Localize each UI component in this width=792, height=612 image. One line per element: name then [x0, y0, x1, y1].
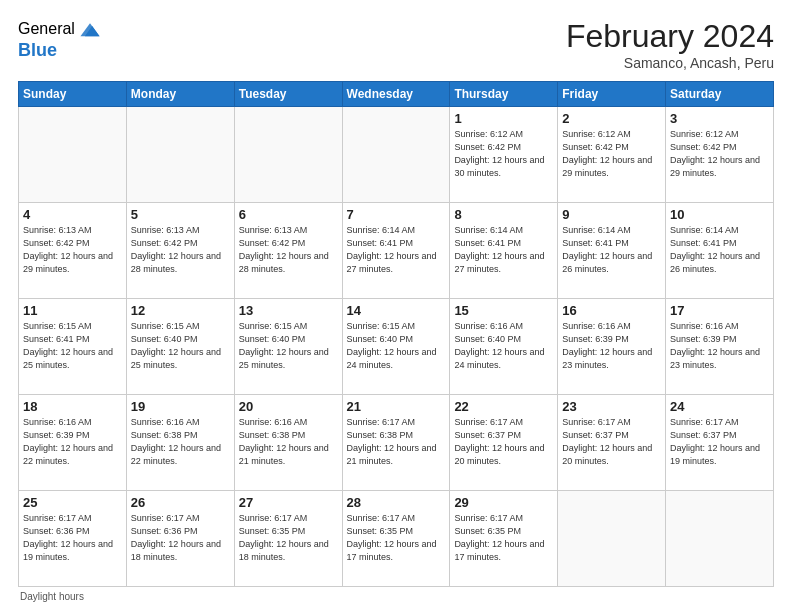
logo-general: General [18, 20, 75, 38]
calendar-cell: 8Sunrise: 6:14 AM Sunset: 6:41 PM Daylig… [450, 203, 558, 299]
calendar-cell: 15Sunrise: 6:16 AM Sunset: 6:40 PM Dayli… [450, 299, 558, 395]
calendar-cell: 24Sunrise: 6:17 AM Sunset: 6:37 PM Dayli… [666, 395, 774, 491]
calendar-cell: 9Sunrise: 6:14 AM Sunset: 6:41 PM Daylig… [558, 203, 666, 299]
day-number: 18 [23, 399, 122, 414]
day-detail: Sunrise: 6:16 AM Sunset: 6:39 PM Dayligh… [562, 320, 661, 372]
day-detail: Sunrise: 6:17 AM Sunset: 6:36 PM Dayligh… [23, 512, 122, 564]
header: General Blue February 2024 Samanco, Anca… [18, 18, 774, 71]
day-detail: Sunrise: 6:16 AM Sunset: 6:38 PM Dayligh… [239, 416, 338, 468]
calendar-cell: 25Sunrise: 6:17 AM Sunset: 6:36 PM Dayli… [19, 491, 127, 587]
day-detail: Sunrise: 6:15 AM Sunset: 6:40 PM Dayligh… [239, 320, 338, 372]
calendar-cell [126, 107, 234, 203]
calendar-cell: 21Sunrise: 6:17 AM Sunset: 6:38 PM Dayli… [342, 395, 450, 491]
day-number: 20 [239, 399, 338, 414]
day-detail: Sunrise: 6:13 AM Sunset: 6:42 PM Dayligh… [239, 224, 338, 276]
day-number: 6 [239, 207, 338, 222]
day-detail: Sunrise: 6:16 AM Sunset: 6:39 PM Dayligh… [23, 416, 122, 468]
day-number: 29 [454, 495, 553, 510]
day-detail: Sunrise: 6:17 AM Sunset: 6:36 PM Dayligh… [131, 512, 230, 564]
calendar-cell: 10Sunrise: 6:14 AM Sunset: 6:41 PM Dayli… [666, 203, 774, 299]
logo: General Blue [18, 18, 101, 61]
day-number: 27 [239, 495, 338, 510]
day-number: 22 [454, 399, 553, 414]
day-number: 8 [454, 207, 553, 222]
day-detail: Sunrise: 6:13 AM Sunset: 6:42 PM Dayligh… [23, 224, 122, 276]
day-detail: Sunrise: 6:17 AM Sunset: 6:37 PM Dayligh… [454, 416, 553, 468]
day-number: 10 [670, 207, 769, 222]
calendar-cell: 13Sunrise: 6:15 AM Sunset: 6:40 PM Dayli… [234, 299, 342, 395]
calendar-cell: 2Sunrise: 6:12 AM Sunset: 6:42 PM Daylig… [558, 107, 666, 203]
calendar-cell: 11Sunrise: 6:15 AM Sunset: 6:41 PM Dayli… [19, 299, 127, 395]
title-area: February 2024 Samanco, Ancash, Peru [566, 18, 774, 71]
day-number: 13 [239, 303, 338, 318]
footer: Daylight hours [18, 591, 774, 602]
calendar-cell: 4Sunrise: 6:13 AM Sunset: 6:42 PM Daylig… [19, 203, 127, 299]
day-detail: Sunrise: 6:12 AM Sunset: 6:42 PM Dayligh… [670, 128, 769, 180]
calendar-cell: 28Sunrise: 6:17 AM Sunset: 6:35 PM Dayli… [342, 491, 450, 587]
calendar-cell: 29Sunrise: 6:17 AM Sunset: 6:35 PM Dayli… [450, 491, 558, 587]
day-detail: Sunrise: 6:16 AM Sunset: 6:38 PM Dayligh… [131, 416, 230, 468]
day-number: 2 [562, 111, 661, 126]
col-header-monday: Monday [126, 82, 234, 107]
calendar-cell: 3Sunrise: 6:12 AM Sunset: 6:42 PM Daylig… [666, 107, 774, 203]
calendar: SundayMondayTuesdayWednesdayThursdayFrid… [18, 81, 774, 587]
col-header-friday: Friday [558, 82, 666, 107]
day-number: 1 [454, 111, 553, 126]
calendar-cell: 7Sunrise: 6:14 AM Sunset: 6:41 PM Daylig… [342, 203, 450, 299]
day-detail: Sunrise: 6:14 AM Sunset: 6:41 PM Dayligh… [454, 224, 553, 276]
day-number: 25 [23, 495, 122, 510]
day-number: 3 [670, 111, 769, 126]
col-header-tuesday: Tuesday [234, 82, 342, 107]
day-number: 14 [347, 303, 446, 318]
calendar-cell: 22Sunrise: 6:17 AM Sunset: 6:37 PM Dayli… [450, 395, 558, 491]
day-number: 4 [23, 207, 122, 222]
page: General Blue February 2024 Samanco, Anca… [0, 0, 792, 612]
day-detail: Sunrise: 6:17 AM Sunset: 6:35 PM Dayligh… [239, 512, 338, 564]
day-number: 21 [347, 399, 446, 414]
day-detail: Sunrise: 6:17 AM Sunset: 6:35 PM Dayligh… [454, 512, 553, 564]
month-title: February 2024 [566, 18, 774, 55]
day-detail: Sunrise: 6:13 AM Sunset: 6:42 PM Dayligh… [131, 224, 230, 276]
day-detail: Sunrise: 6:17 AM Sunset: 6:37 PM Dayligh… [670, 416, 769, 468]
day-number: 7 [347, 207, 446, 222]
calendar-cell: 20Sunrise: 6:16 AM Sunset: 6:38 PM Dayli… [234, 395, 342, 491]
logo-text: General [18, 18, 101, 40]
week-row-3: 11Sunrise: 6:15 AM Sunset: 6:41 PM Dayli… [19, 299, 774, 395]
week-row-4: 18Sunrise: 6:16 AM Sunset: 6:39 PM Dayli… [19, 395, 774, 491]
day-number: 16 [562, 303, 661, 318]
day-detail: Sunrise: 6:15 AM Sunset: 6:40 PM Dayligh… [347, 320, 446, 372]
calendar-cell: 1Sunrise: 6:12 AM Sunset: 6:42 PM Daylig… [450, 107, 558, 203]
calendar-cell: 6Sunrise: 6:13 AM Sunset: 6:42 PM Daylig… [234, 203, 342, 299]
day-detail: Sunrise: 6:14 AM Sunset: 6:41 PM Dayligh… [670, 224, 769, 276]
day-detail: Sunrise: 6:17 AM Sunset: 6:37 PM Dayligh… [562, 416, 661, 468]
calendar-cell: 17Sunrise: 6:16 AM Sunset: 6:39 PM Dayli… [666, 299, 774, 395]
calendar-cell [234, 107, 342, 203]
calendar-cell [19, 107, 127, 203]
col-header-wednesday: Wednesday [342, 82, 450, 107]
col-header-thursday: Thursday [450, 82, 558, 107]
logo-blue-text: Blue [18, 40, 57, 61]
week-row-1: 1Sunrise: 6:12 AM Sunset: 6:42 PM Daylig… [19, 107, 774, 203]
calendar-cell: 14Sunrise: 6:15 AM Sunset: 6:40 PM Dayli… [342, 299, 450, 395]
day-detail: Sunrise: 6:14 AM Sunset: 6:41 PM Dayligh… [347, 224, 446, 276]
day-number: 9 [562, 207, 661, 222]
calendar-cell: 19Sunrise: 6:16 AM Sunset: 6:38 PM Dayli… [126, 395, 234, 491]
calendar-cell [342, 107, 450, 203]
calendar-cell: 16Sunrise: 6:16 AM Sunset: 6:39 PM Dayli… [558, 299, 666, 395]
calendar-cell [558, 491, 666, 587]
logo-blue-label: Blue [18, 40, 57, 61]
col-header-sunday: Sunday [19, 82, 127, 107]
day-number: 15 [454, 303, 553, 318]
day-number: 24 [670, 399, 769, 414]
day-detail: Sunrise: 6:17 AM Sunset: 6:35 PM Dayligh… [347, 512, 446, 564]
logo-icon [79, 18, 101, 40]
calendar-cell: 27Sunrise: 6:17 AM Sunset: 6:35 PM Dayli… [234, 491, 342, 587]
day-number: 12 [131, 303, 230, 318]
calendar-cell: 12Sunrise: 6:15 AM Sunset: 6:40 PM Dayli… [126, 299, 234, 395]
week-row-5: 25Sunrise: 6:17 AM Sunset: 6:36 PM Dayli… [19, 491, 774, 587]
calendar-cell: 5Sunrise: 6:13 AM Sunset: 6:42 PM Daylig… [126, 203, 234, 299]
day-number: 11 [23, 303, 122, 318]
location: Samanco, Ancash, Peru [566, 55, 774, 71]
calendar-cell: 26Sunrise: 6:17 AM Sunset: 6:36 PM Dayli… [126, 491, 234, 587]
calendar-cell [666, 491, 774, 587]
